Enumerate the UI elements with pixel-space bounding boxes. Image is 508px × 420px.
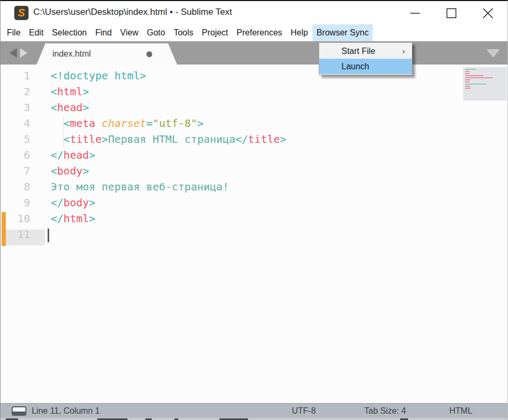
code-token: <!doctype html> — [51, 69, 146, 82]
code-line-1[interactable]: <!doctype html> — [51, 68, 287, 84]
menu-item-project[interactable]: Project — [198, 24, 233, 41]
text-cursor — [48, 229, 49, 242]
tab-index-html[interactable]: index.html — [36, 43, 177, 65]
code-token: > — [197, 117, 204, 130]
menu-item-tools[interactable]: Tools — [169, 24, 197, 41]
code-line-9[interactable]: </body> — [51, 195, 287, 211]
code-area[interactable]: <!doctype html><html><head> <meta charse… — [51, 68, 287, 242]
dropdown-item-start-file[interactable]: Start File› — [319, 43, 412, 59]
dropdown-item-launch[interactable]: Launch — [319, 59, 412, 74]
modified-dot-icon — [146, 51, 152, 57]
code-token: Первая HTML страница — [108, 133, 235, 145]
code-token: < — [51, 165, 57, 177]
status-bar: Line 11, Column 1 UTF-8 Tab Size: 4 HTML — [1, 403, 507, 418]
code-token: charset — [101, 117, 146, 130]
tab-scroll-left-icon[interactable] — [10, 48, 17, 58]
code-token: > — [101, 133, 108, 145]
code-token: body — [57, 165, 82, 177]
code-token: </ — [51, 212, 63, 225]
sublime-logo-icon: S — [14, 6, 29, 20]
tab-bar: index.html — [1, 41, 507, 65]
minimap-line — [465, 79, 470, 80]
code-token: = — [146, 117, 153, 130]
tab-overflow-icon[interactable] — [486, 49, 500, 58]
minimap-line — [465, 88, 470, 89]
code-token: > — [82, 165, 89, 177]
status-tab-size[interactable]: Tab Size: 4 — [364, 404, 406, 418]
line-number: 8 — [1, 179, 30, 195]
minimap-line — [465, 81, 469, 83]
line-number: 5 — [1, 131, 30, 147]
line-number: 9 — [1, 195, 30, 211]
editor[interactable]: 1234567891011 <!doctype html><html><head… — [1, 65, 507, 403]
minimap-line — [465, 86, 470, 87]
tab-scroll-right-icon[interactable] — [20, 48, 27, 58]
code-token: title — [248, 133, 280, 145]
minimap-line — [465, 77, 493, 78]
code-line-11[interactable] — [51, 226, 287, 242]
menu-item-selection[interactable]: Selection — [48, 24, 91, 41]
status-position: Line 11, Column 1 — [32, 404, 100, 418]
menu-item-goto[interactable]: Goto — [143, 24, 170, 41]
code-token: html — [63, 212, 89, 225]
code-line-7[interactable]: <body> — [51, 163, 287, 179]
minimize-button[interactable] — [409, 7, 421, 19]
menu-item-edit[interactable]: Edit — [25, 24, 48, 41]
code-line-2[interactable]: <html> — [51, 84, 287, 99]
code-token: > — [89, 149, 95, 161]
code-line-3[interactable]: <head> — [51, 99, 287, 115]
code-token: > — [280, 133, 287, 145]
code-token: < — [63, 117, 70, 130]
menu-item-view[interactable]: View — [116, 24, 142, 41]
line-number: 1 — [1, 68, 30, 84]
background-window-edge — [1, 418, 507, 420]
minimap-viewport[interactable] — [463, 67, 507, 101]
code-token: </ — [51, 196, 63, 209]
line-number: 2 — [1, 84, 30, 99]
code-token: Это моя первая веб-страница! — [51, 180, 229, 193]
code-line-8[interactable]: Это моя первая веб-страница! — [51, 179, 287, 195]
minimap-line — [465, 73, 469, 74]
code-line-10[interactable]: </html> — [51, 211, 287, 226]
minimap-line — [465, 71, 469, 72]
code-line-5[interactable]: <title>Первая HTML страница</title> — [51, 131, 287, 147]
menu-item-find[interactable]: Find — [91, 24, 116, 41]
status-syntax[interactable]: HTML — [449, 404, 473, 418]
line-number: 4 — [1, 115, 30, 131]
code-token: head — [63, 149, 89, 161]
line-number: 11 — [1, 226, 30, 242]
code-token — [51, 133, 63, 145]
code-token: </ — [51, 149, 63, 161]
code-token — [51, 117, 63, 130]
code-token: html — [57, 85, 82, 98]
close-button[interactable] — [482, 7, 494, 19]
line-number: 7 — [1, 163, 30, 179]
code-token: meta — [70, 117, 95, 130]
code-token — [95, 117, 101, 130]
minimap-line — [465, 84, 486, 85]
code-token: < — [51, 101, 57, 114]
tab-label: index.html — [52, 43, 91, 65]
code-token: > — [82, 85, 89, 98]
code-token: "utf-8" — [153, 117, 197, 130]
line-number: 10 — [1, 211, 30, 226]
minimap-line — [465, 69, 476, 70]
title-bar: S C:\Users\user\Desktop\index.html • - S… — [1, 1, 507, 24]
status-encoding[interactable]: UTF-8 — [292, 404, 316, 418]
submenu-arrow-icon: › — [402, 43, 405, 59]
menu-item-file[interactable]: File — [3, 24, 25, 41]
browser-sync-menu: Start File›Launch — [319, 42, 412, 75]
menu-item-browser-sync[interactable]: Browser Sync — [312, 24, 373, 41]
menu-item-help[interactable]: Help — [287, 24, 312, 41]
code-token: > — [89, 212, 95, 225]
menu-item-preferences[interactable]: Preferences — [233, 24, 287, 41]
code-token: < — [63, 133, 70, 145]
code-token: </ — [235, 133, 248, 145]
code-token: head — [57, 101, 82, 114]
code-line-4[interactable]: <meta charset="utf-8"> — [51, 115, 287, 131]
code-token: title — [70, 133, 101, 145]
code-token: > — [82, 101, 89, 114]
code-line-6[interactable]: </head> — [51, 147, 287, 163]
maximize-button[interactable] — [446, 7, 457, 19]
panel-toggle-icon[interactable] — [12, 406, 26, 416]
